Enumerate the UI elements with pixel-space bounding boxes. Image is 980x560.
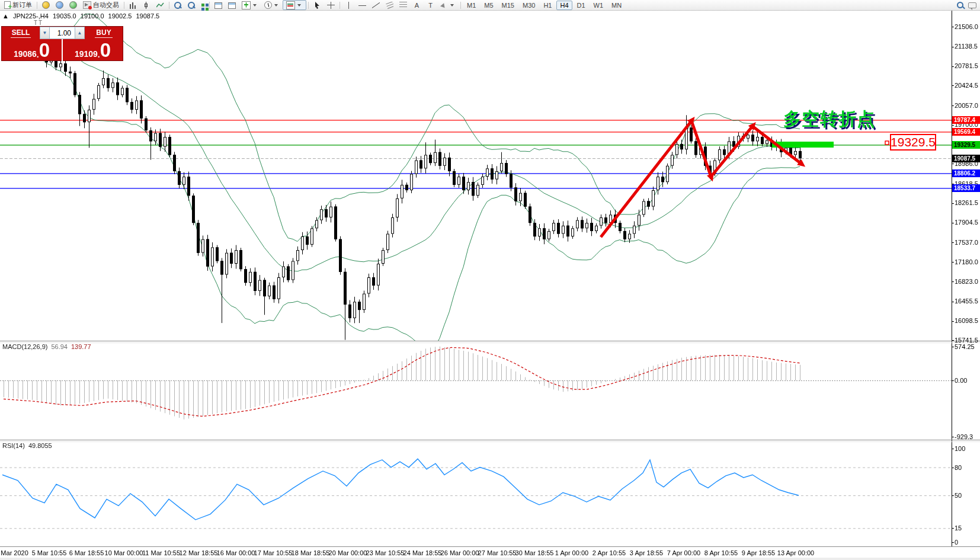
hline-price-label: 18806.2 bbox=[952, 169, 980, 177]
chart-symbol-period: JPN225-,H4 bbox=[13, 12, 49, 20]
rsi-scale-label: 80 bbox=[955, 464, 962, 471]
zoom-out-button[interactable] bbox=[185, 1, 198, 9]
price-tick-label: 21506.0 bbox=[955, 23, 978, 30]
macd-pane-separator[interactable] bbox=[0, 341, 980, 343]
turning-point-annotation[interactable]: 多空转折点 bbox=[783, 107, 875, 132]
timeframe-m5[interactable]: M5 bbox=[481, 1, 497, 10]
date-label: 20 Mar 00:00 bbox=[329, 549, 367, 556]
timeframe-m15[interactable]: M15 bbox=[498, 1, 518, 10]
chevron-down-icon bbox=[450, 4, 454, 7]
chart-low-value: 19002.5 bbox=[108, 12, 132, 20]
crosshair-icon bbox=[327, 2, 335, 9]
date-label: 3 Apr 18:55 bbox=[630, 549, 663, 556]
date-label: 18 Mar 18:55 bbox=[292, 549, 330, 556]
cursor-tool-button[interactable] bbox=[310, 1, 324, 9]
one-click-prices-row: 19086.0 19109.0 bbox=[2, 39, 123, 62]
indicators-button[interactable] bbox=[283, 0, 306, 10]
buy-button[interactable]: BUY bbox=[85, 27, 123, 39]
new-chart-button[interactable] bbox=[239, 1, 261, 9]
mt4-terminal-window: 新订单 自动交易 bbox=[0, 0, 980, 560]
date-label: 10 Mar 00:00 bbox=[105, 549, 143, 556]
rsi-scale-label: 100 bbox=[955, 445, 965, 452]
new-order-icon bbox=[4, 1, 11, 9]
toolbar: 新订单 自动交易 bbox=[0, 0, 980, 11]
chat-icon[interactable] bbox=[968, 2, 976, 8]
date-label: 1 Apr 00:00 bbox=[555, 549, 588, 556]
date-label: 2 Apr 10:55 bbox=[593, 549, 626, 556]
timeframe-mn[interactable]: MN bbox=[608, 1, 625, 10]
new-order-label: 新订单 bbox=[12, 1, 32, 9]
line-chart-icon bbox=[156, 2, 164, 9]
signals-icon bbox=[69, 1, 77, 9]
arrows-tool-button[interactable] bbox=[437, 1, 459, 9]
timeframe-h1[interactable]: H1 bbox=[540, 1, 555, 10]
date-label: 30 Mar 18:55 bbox=[515, 549, 554, 556]
candlestick-chart-button[interactable] bbox=[140, 1, 153, 9]
trendline-tool-button[interactable] bbox=[369, 1, 383, 9]
arrange-windows-icon bbox=[228, 2, 236, 9]
horizontal-line-tool-button[interactable] bbox=[356, 1, 369, 9]
signals-button[interactable] bbox=[66, 1, 80, 9]
rsi-scale-label: 50 bbox=[955, 492, 962, 499]
timeframe-w1[interactable]: W1 bbox=[590, 1, 607, 10]
price-callout-box[interactable]: 19329.5 bbox=[890, 134, 936, 151]
volume-input[interactable] bbox=[50, 27, 75, 39]
sell-price[interactable]: 19086.0 bbox=[2, 39, 62, 62]
date-label: 8 Apr 10:55 bbox=[704, 549, 738, 556]
profile-button[interactable] bbox=[39, 1, 53, 9]
channel-tool-button[interactable] bbox=[396, 1, 410, 9]
zoom-in-button[interactable] bbox=[171, 1, 185, 9]
macd-scale-label: -929.3 bbox=[955, 433, 973, 440]
hline-price-label: 19569.4 bbox=[952, 128, 980, 136]
date-label: 12 Mar 18:55 bbox=[180, 549, 218, 556]
zoom-out-icon bbox=[188, 2, 196, 9]
price-tick-label: 20057.0 bbox=[955, 102, 978, 109]
arrange-windows-button[interactable] bbox=[225, 1, 239, 9]
volume-decrease-button[interactable]: ▼ bbox=[40, 27, 50, 39]
macd-value: 56.94 bbox=[51, 343, 68, 350]
volume-increase-button[interactable]: ▲ bbox=[75, 27, 85, 39]
toolbar-separator bbox=[169, 2, 169, 9]
line-chart-button[interactable] bbox=[153, 1, 167, 9]
macd-scale-label: 574.25 bbox=[955, 343, 975, 350]
main-chart-canvas[interactable] bbox=[0, 0, 980, 560]
new-order-button[interactable]: 新订单 bbox=[0, 1, 35, 9]
cascade-windows-icon bbox=[214, 2, 222, 9]
autotrade-button[interactable]: 自动交易 bbox=[80, 1, 122, 9]
cascade-windows-button[interactable] bbox=[212, 1, 225, 9]
fibonacci-tool-button[interactable] bbox=[383, 1, 396, 9]
price-tick-label: 18261.5 bbox=[955, 199, 978, 206]
time-axis-separator bbox=[0, 546, 980, 548]
timeframe-m1[interactable]: M1 bbox=[463, 1, 479, 10]
trendline-icon bbox=[372, 2, 380, 9]
chart-title: ▲ JPN225-,H4 19035.0 19100.0 19002.5 190… bbox=[2, 12, 162, 20]
collapse-triangle-icon[interactable]: ▲ bbox=[2, 12, 9, 20]
toolbar-separator bbox=[340, 2, 340, 9]
community-button[interactable] bbox=[53, 1, 66, 9]
chart-high-value: 19100.0 bbox=[81, 12, 104, 20]
period-menu-button[interactable] bbox=[261, 1, 283, 9]
hline-price-label: 18533.7 bbox=[952, 184, 980, 192]
toolbar-separator bbox=[460, 2, 461, 9]
date-label: 4 Mar 2020 bbox=[0, 549, 28, 556]
rsi-name: RSI(14) bbox=[2, 442, 25, 449]
search-icon[interactable] bbox=[957, 2, 963, 8]
label-tool-button[interactable]: T bbox=[424, 1, 437, 9]
timeframe-m30[interactable]: M30 bbox=[519, 1, 539, 10]
rsi-pane-separator[interactable] bbox=[0, 440, 980, 442]
timeframe-h4[interactable]: H4 bbox=[556, 1, 572, 10]
toolbar-separator bbox=[308, 2, 309, 9]
bar-chart-button[interactable] bbox=[126, 1, 140, 9]
text-tool-button[interactable]: A bbox=[410, 1, 424, 9]
tile-windows-button[interactable] bbox=[198, 1, 207, 9]
channel-icon bbox=[399, 2, 407, 9]
price-tick-label: 20781.5 bbox=[955, 62, 978, 69]
date-label: 17 Mar 10:55 bbox=[254, 549, 293, 556]
price-tick-label: 16823.0 bbox=[955, 278, 978, 285]
buy-price[interactable]: 19109.0 bbox=[63, 39, 123, 62]
vertical-line-tool-button[interactable] bbox=[342, 1, 356, 9]
sell-button[interactable]: SELL bbox=[2, 27, 40, 39]
new-chart-icon bbox=[242, 1, 251, 9]
crosshair-tool-button[interactable] bbox=[324, 1, 338, 9]
timeframe-d1[interactable]: D1 bbox=[574, 1, 589, 10]
